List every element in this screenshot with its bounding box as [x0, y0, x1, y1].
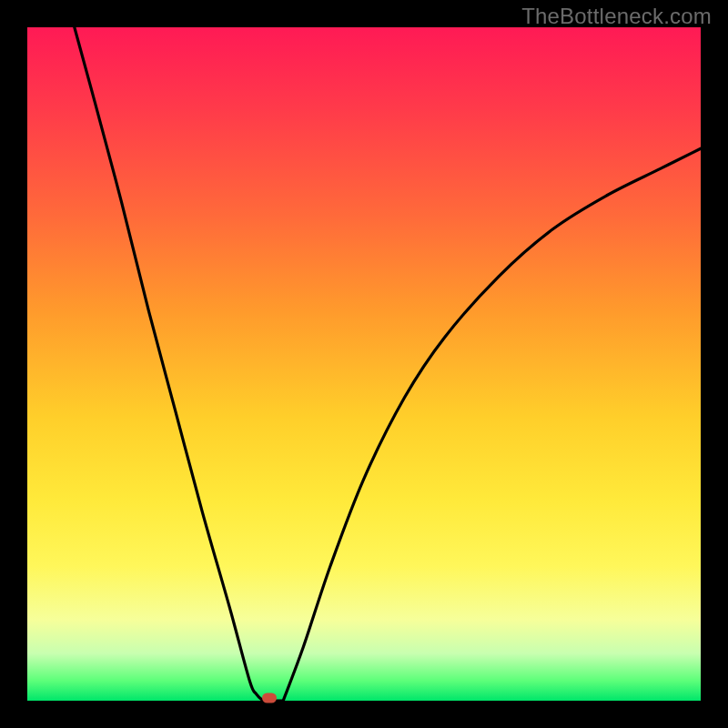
watermark-text: TheBottleneck.com [521, 4, 712, 29]
chart-frame: TheBottleneck.com [0, 0, 728, 728]
bottleneck-curve [27, 27, 701, 701]
plot-area [27, 27, 701, 701]
optimal-point-marker [262, 693, 277, 703]
